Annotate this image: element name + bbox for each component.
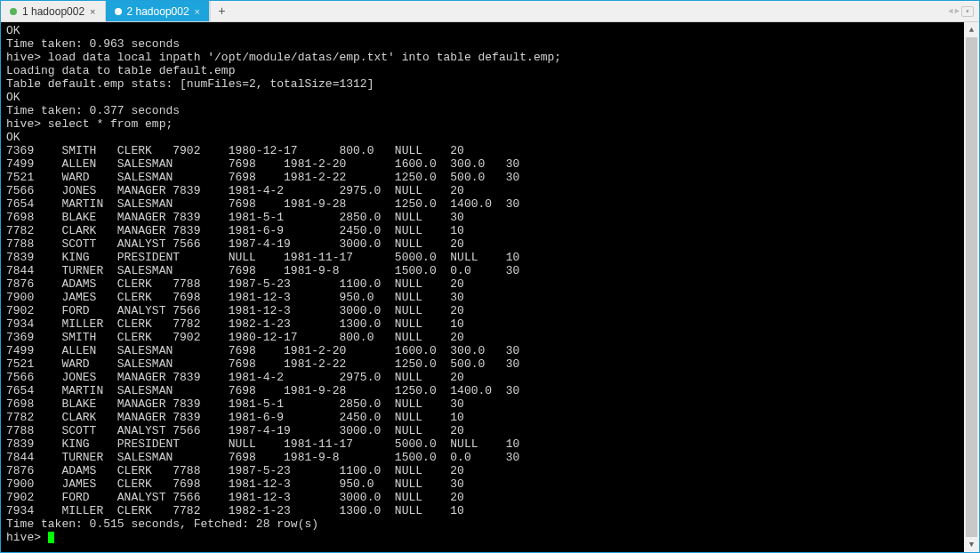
tab-hadoop002-2[interactable]: 2 hadoop002 × [106, 1, 211, 21]
close-icon[interactable]: × [90, 6, 95, 17]
vertical-scrollbar[interactable]: ▲ ▼ [964, 22, 979, 552]
scroll-down-icon[interactable]: ▼ [964, 537, 979, 552]
scrollbar-track[interactable] [964, 37, 979, 537]
prev-tab-icon[interactable]: ◄ [948, 7, 952, 16]
app-window: 1 hadoop002 × 2 hadoop002 × + ◄ ► ▾ OK T… [0, 0, 980, 553]
hive-prompt[interactable]: hive> [6, 531, 48, 544]
status-dot-icon [115, 8, 122, 15]
close-icon[interactable]: × [195, 6, 200, 17]
scrollbar-thumb[interactable] [966, 37, 977, 537]
status-dot-icon [10, 8, 17, 15]
next-tab-icon[interactable]: ► [955, 7, 960, 16]
terminal-area: OK Time taken: 0.963 seconds hive> load … [1, 22, 979, 552]
terminal-output[interactable]: OK Time taken: 0.963 seconds hive> load … [1, 22, 964, 552]
cursor-icon [48, 532, 54, 543]
new-tab-button[interactable]: + [210, 1, 233, 21]
tab-label: 2 hadoop002 [127, 5, 189, 18]
tab-bar: 1 hadoop002 × 2 hadoop002 × + ◄ ► ▾ [1, 1, 979, 22]
scroll-up-icon[interactable]: ▲ [964, 22, 979, 37]
tab-menu-icon[interactable]: ▾ [961, 6, 974, 17]
tab-hadoop002-1[interactable]: 1 hadoop002 × [1, 1, 106, 21]
tabbar-controls: ◄ ► ▾ [948, 1, 979, 21]
tab-label: 1 hadoop002 [22, 5, 84, 18]
